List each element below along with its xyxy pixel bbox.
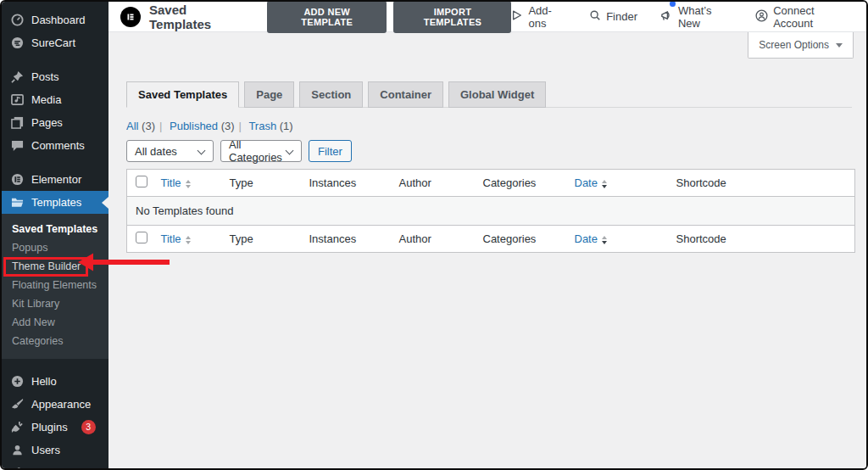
view-published-link[interactable]: Published (170, 120, 218, 132)
sort-title-header[interactable]: Title (161, 176, 181, 189)
pin-icon (10, 70, 24, 84)
category-filter-select[interactable]: All Categories (220, 140, 302, 162)
filter-button[interactable]: Filter (309, 140, 352, 162)
column-header-instances: Instances (301, 226, 391, 253)
chevron-down-icon (198, 147, 206, 155)
select-all-checkbox[interactable] (136, 176, 147, 187)
sort-date-header[interactable]: Date (575, 232, 598, 245)
column-header-author: Author (391, 170, 475, 197)
column-header-categories: Categories (475, 226, 566, 253)
sidebar-item-dashboard[interactable]: Dashboard (2, 8, 108, 31)
finder-link[interactable]: Finder (589, 9, 637, 24)
tab-page[interactable]: Page (244, 81, 294, 108)
screenshot-frame: Dashboard SureCart Posts Media Pages C (0, 0, 868, 470)
sidebar-item-label: Templates (31, 196, 81, 209)
sidebar-item-label: Elementor (31, 173, 81, 186)
sidebar-item-label: Dashboard (31, 14, 86, 26)
tab-container[interactable]: Container (368, 81, 443, 108)
sidebar-item-elementor[interactable]: Elementor (2, 168, 108, 191)
submenu-item-kit-library[interactable]: Kit Library (2, 294, 108, 313)
column-header-author: Author (391, 226, 475, 253)
submenu-item-floating-elements[interactable]: Floating Elements (2, 276, 108, 294)
sidebar-item-label: Pages (31, 116, 63, 129)
sort-icon (602, 180, 607, 188)
sidebar-item-comments[interactable]: Comments (2, 134, 108, 157)
submenu-item-categories[interactable]: Categories (2, 332, 108, 350)
sidebar-item-label: Comments (31, 139, 85, 152)
plug-icon (10, 421, 24, 434)
sidebar-item-label: Appearance (31, 398, 91, 411)
admin-sidebar: Dashboard SureCart Posts Media Pages C (2, 2, 108, 468)
connect-account-icon (755, 9, 768, 25)
sidebar-item-plugins[interactable]: Plugins 3 (2, 416, 108, 439)
column-header-shortcode: Shortcode (668, 226, 855, 253)
table-footer-row: Title Type Instances Author Categories D… (127, 226, 855, 253)
addons-link[interactable]: Add-ons (511, 4, 566, 30)
sidebar-item-posts[interactable]: Posts (2, 65, 108, 88)
templates-table: Title Type Instances Author Categories D… (126, 169, 855, 253)
page-title: Saved Templates (149, 3, 248, 31)
sort-title-header[interactable]: Title (161, 232, 181, 245)
plus-circle-icon (10, 375, 24, 389)
sort-icon (186, 236, 191, 244)
annotation-highlight-box: Theme Builder (3, 257, 88, 277)
empty-message: No Templates found (127, 197, 855, 226)
sidebar-item-templates[interactable]: Templates (2, 191, 108, 214)
column-header-type: Type (221, 170, 301, 197)
templates-submenu: Saved Templates Popups Theme Builder Flo… (2, 214, 108, 359)
brush-icon (10, 398, 24, 411)
screen-options-toggle[interactable]: Screen Options (748, 32, 854, 59)
submenu-item-theme-builder[interactable]: Theme Builder (2, 257, 108, 276)
whats-new-link[interactable]: What’s New (660, 4, 732, 30)
folder-icon (10, 196, 24, 210)
sidebar-item-surecart[interactable]: SureCart (2, 31, 108, 54)
sort-icon (602, 236, 607, 244)
chevron-down-icon (836, 43, 843, 48)
add-new-template-button[interactable]: ADD NEW TEMPLATE (267, 1, 387, 33)
sort-date-header[interactable]: Date (575, 176, 598, 189)
comment-icon (10, 139, 24, 153)
column-header-shortcode: Shortcode (668, 170, 855, 197)
sidebar-item-tools[interactable]: Tools (2, 462, 108, 470)
whats-new-icon (660, 9, 673, 25)
submenu-item-popups[interactable]: Popups (2, 238, 108, 257)
column-header-instances: Instances (301, 170, 391, 197)
sidebar-item-label: Hello (31, 375, 57, 388)
date-filter-select[interactable]: All dates (126, 140, 214, 162)
sidebar-item-label: Users (31, 444, 60, 456)
sidebar-item-pages[interactable]: Pages (2, 111, 108, 134)
sidebar-item-users[interactable]: Users (2, 439, 108, 462)
elementor-icon (10, 173, 24, 187)
submenu-item-saved-templates[interactable]: Saved Templates (2, 220, 108, 238)
tab-saved-templates[interactable]: Saved Templates (126, 81, 239, 108)
column-header-categories: Categories (475, 170, 566, 197)
connect-account-link[interactable]: Connect Account (755, 4, 851, 30)
sidebar-item-appearance[interactable]: Appearance (2, 393, 108, 416)
sidebar-item-hello[interactable]: Hello (2, 370, 108, 393)
finder-icon (589, 9, 601, 24)
sidebar-item-media[interactable]: Media (2, 88, 108, 111)
media-icon (10, 93, 24, 107)
view-trash-link[interactable]: Trash (248, 120, 276, 132)
submenu-item-add-new[interactable]: Add New (2, 313, 108, 332)
table-header-row: Title Type Instances Author Categories D… (127, 170, 855, 197)
elementor-logo (120, 7, 141, 27)
user-icon (10, 444, 24, 457)
tab-global-widget[interactable]: Global Widget (448, 81, 546, 108)
empty-state-row: No Templates found (127, 197, 855, 226)
surecart-icon (10, 36, 24, 50)
column-header-type: Type (221, 226, 301, 253)
notification-dot (670, 1, 676, 7)
view-filter-links: All (3)| Published (3)| Trash (1) (126, 120, 866, 132)
view-all-link[interactable]: All (126, 120, 138, 132)
elementor-top-bar: Saved Templates ADD NEW TEMPLATE IMPORT … (108, 2, 866, 32)
chevron-down-icon (286, 147, 294, 155)
sidebar-item-label: Posts (31, 70, 59, 83)
select-all-checkbox[interactable] (136, 232, 147, 243)
sidebar-item-label: SureCart (31, 36, 75, 49)
tab-section[interactable]: Section (299, 81, 363, 108)
import-templates-button[interactable]: IMPORT TEMPLATES (393, 1, 511, 33)
sort-icon (186, 180, 191, 188)
addons-icon (511, 9, 523, 24)
admin-content: Screen Options Saved Templates Page Sect… (108, 33, 866, 468)
